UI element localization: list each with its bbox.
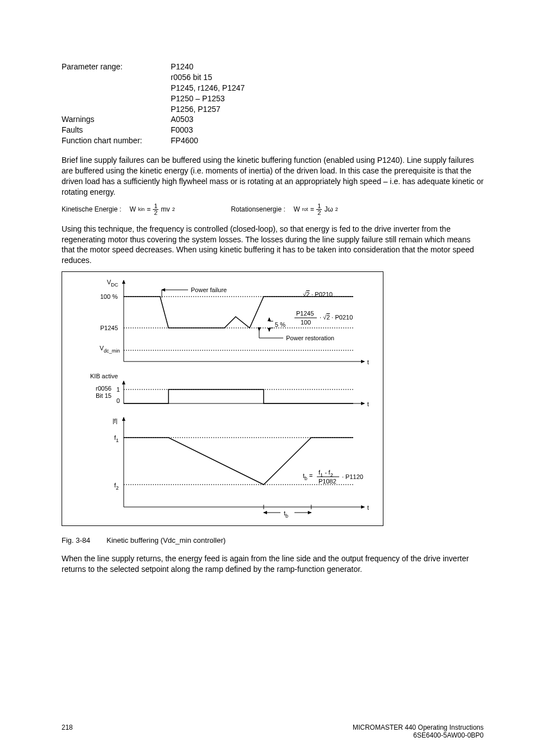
svg-text:r0056: r0056: [96, 385, 111, 392]
kin-num: 1: [153, 203, 158, 210]
kin-rhs: mv: [161, 205, 170, 213]
svg-text:f2: f2: [114, 482, 119, 491]
page-footer: 218 MICROMASTER 440 Operating Instructio…: [0, 724, 534, 739]
rotation-energy-formula: Rotationsenergie : Wrot = 1 2 Jω2: [231, 203, 338, 216]
svg-text:0: 0: [116, 397, 120, 404]
param-range-v2: P1245, r1246, P1247: [171, 83, 484, 93]
svg-text:√2 · P0210: √2 · P0210: [303, 291, 332, 298]
warnings-row: Warnings A0503: [62, 114, 484, 125]
faults-label: Faults: [62, 125, 171, 135]
faults-value: F0003: [171, 125, 484, 135]
kinetic-energy-formula: Kinetische Energie : Wkin = 1 2 mv2: [62, 203, 175, 216]
svg-text:100 %: 100 %: [100, 293, 118, 300]
fcn-label: Function chart number:: [62, 135, 171, 146]
footer-right: MICROMASTER 440 Operating Instructions 6…: [353, 724, 484, 739]
page-content: Parameter range: P1240 r0056 bit 15 P124…: [0, 0, 534, 603]
parameter-table: Parameter range: P1240 r0056 bit 15 P124…: [62, 62, 484, 146]
paragraph-2: Using this technique, the frequency is c…: [62, 224, 484, 266]
svg-text:Vdc_min: Vdc_min: [100, 345, 120, 354]
svg-text:tb =: tb =: [303, 472, 313, 481]
paragraph-3: When the line supply returns, the energy…: [62, 553, 484, 575]
rot-label: Rotationsenergie :: [231, 205, 285, 213]
param-range-values: P1240 r0056 bit 15 P1245, r1246, P1247 P…: [171, 62, 484, 114]
svg-text:t: t: [367, 504, 369, 511]
param-range-label: Parameter range:: [62, 62, 171, 114]
figure-caption: Fig. 3-84 Kinetic buffering (Vdc_min con…: [62, 536, 484, 544]
param-range-v4: P1256, P1257: [171, 104, 484, 115]
rot-sub: rot: [302, 206, 308, 212]
kin-frac: 1 2: [153, 203, 158, 216]
kin-sup: 2: [172, 206, 175, 212]
fcn-row: Function chart number: FP4600: [62, 135, 484, 146]
page-number: 218: [62, 724, 73, 739]
figure-box: VDC 100 % P1245 Vdc_min t Power failure …: [62, 271, 383, 526]
svg-text:f1: f1: [114, 434, 119, 443]
footer-right-2: 6SE6400-5AW00-0BP0: [353, 731, 484, 739]
footer-right-1: MICROMASTER 440 Operating Instructions: [353, 724, 484, 731]
rot-rhs: Jω: [324, 205, 332, 213]
rot-den: 2: [316, 210, 322, 216]
param-range-v1: r0056 bit 15: [171, 72, 484, 83]
faults-row: Faults F0003: [62, 125, 484, 135]
svg-text:100: 100: [301, 319, 311, 326]
warnings-label: Warnings: [62, 114, 171, 125]
svg-text:P1082: P1082: [318, 478, 336, 485]
svg-text:P1245: P1245: [296, 310, 314, 317]
param-range-v0: P1240: [171, 62, 484, 72]
param-range-v3: P1250 – P1253: [171, 93, 484, 104]
kin-eq: =: [147, 205, 151, 213]
kin-sub: kin: [138, 206, 145, 212]
svg-text:Power failure: Power failure: [191, 287, 227, 293]
formula-row: Kinetische Energie : Wkin = 1 2 mv2 Rota…: [62, 203, 484, 216]
svg-text:|f|: |f|: [113, 417, 118, 424]
svg-text:· √2 · P0210: · √2 · P0210: [320, 314, 353, 321]
svg-text:KIB active: KIB active: [90, 373, 118, 379]
fig-caption-prefix: Fig. 3-84: [62, 536, 90, 544]
svg-text:· P1120: · P1120: [342, 473, 363, 480]
param-range-row: Parameter range: P1240 r0056 bit 15 P124…: [62, 62, 484, 114]
kin-w: W: [129, 205, 135, 213]
paragraph-1: Brief line supply failures can be buffer…: [62, 155, 484, 198]
svg-text:Power restoration: Power restoration: [286, 335, 334, 341]
kin-label: Kinetische Energie :: [62, 205, 121, 213]
rot-frac: 1 2: [316, 203, 322, 216]
fig-caption-text: Kinetic buffering (Vdc_min controller): [106, 536, 226, 544]
svg-text:t: t: [367, 359, 369, 365]
svg-text:tb: tb: [284, 510, 288, 519]
svg-text:t: t: [367, 401, 369, 407]
figure-svg: VDC 100 % P1245 Vdc_min t Power failure …: [62, 272, 383, 525]
rot-w: W: [293, 205, 299, 213]
rot-sup: 2: [335, 206, 338, 212]
svg-text:Bit 15: Bit 15: [96, 392, 111, 399]
svg-text:VDC: VDC: [107, 279, 119, 288]
fcn-value: FP4600: [171, 135, 484, 146]
svg-text:5 %: 5 %: [275, 321, 285, 328]
rot-num: 1: [316, 203, 322, 210]
kin-den: 2: [153, 210, 158, 216]
svg-text:1: 1: [116, 386, 120, 393]
svg-text:P1245: P1245: [100, 325, 118, 331]
warnings-value: A0503: [171, 114, 484, 125]
rot-eq: =: [310, 205, 314, 213]
